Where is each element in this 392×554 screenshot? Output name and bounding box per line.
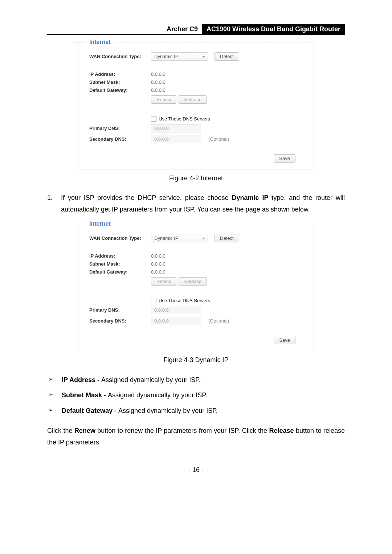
list-number: 1. [47,192,61,215]
primary-dns-input-2[interactable]: 0.0.0.0 [151,306,201,314]
default-gateway-label: Default Gateway: [89,87,151,93]
bullet-list: IP Address - Assigned dynamically by you… [47,374,345,416]
use-dns-checkbox[interactable] [151,116,156,122]
figure2-caption: Figure 4-3 Dynamic IP [47,356,345,364]
save-button[interactable]: Save [274,154,295,163]
release-button[interactable]: Release [179,95,207,104]
renew-button[interactable]: Renew [151,95,176,104]
release-button-2[interactable]: Release [179,277,207,286]
p2-b1: Renew [74,427,95,434]
para1-text-before: If your ISP provides the DHCP service, p… [61,194,232,201]
use-dns-label: Use These DNS Servers [159,116,210,122]
list-item: Subnet Mask - Assigned dynamically by yo… [47,389,345,401]
secondary-dns-label-2: Secondary DNS: [89,318,151,324]
bullet-bold: Default Gateway - [62,407,118,414]
subnet-mask-value: 0.0.0.0 [151,79,166,85]
bullet-text: Assigned dynamically by your ISP. [101,376,201,383]
optional-hint: (Optional) [208,136,229,142]
use-dns-checkbox-2[interactable] [151,298,156,303]
use-dns-label-2: Use These DNS Servers [159,298,210,303]
internet-fieldset-2: Internet WAN Connection Type: Dynamic IP… [78,224,314,351]
numbered-paragraph: 1. If your ISP provides the DHCP service… [47,192,345,215]
primary-dns-label-2: Primary DNS: [89,307,151,313]
list-item: Default Gateway - Assigned dynamically b… [47,405,345,416]
wan-type-select-2[interactable]: Dynamic IP [151,234,208,242]
secondary-dns-input[interactable]: 0.0.0.0 [151,135,201,143]
default-gateway-value-2: 0.0.0.0 [151,269,166,275]
p2-t1: Click the [47,427,74,434]
wan-type-label: WAN Connection Type: [89,54,151,59]
wan-type-label-2: WAN Connection Type: [89,235,151,241]
bullet-bold: IP Address - [62,376,101,383]
wan-type-select[interactable]: Dynamic IP [151,52,208,61]
subnet-mask-label-2: Subnet Mask: [89,261,151,267]
bullet-bold: Subnet Mask - [62,391,108,399]
detect-button-2[interactable]: Detect [215,234,239,242]
page-number: - 16 - [47,466,345,474]
figure-internet-2: Internet WAN Connection Type: Dynamic IP… [78,224,314,351]
default-gateway-value: 0.0.0.0 [151,87,166,93]
ip-address-value-2: 0.0.0.0 [151,253,166,259]
detect-button[interactable]: Detect [215,52,239,61]
p2-t2: button to renew the IP parameters from y… [95,427,269,434]
primary-dns-label: Primary DNS: [89,126,151,131]
internet-fieldset: Internet WAN Connection Type: Dynamic IP… [78,42,314,169]
secondary-dns-label: Secondary DNS: [89,136,151,142]
para1-bold: Dynamic IP [232,194,269,201]
ip-address-value: 0.0.0.0 [151,71,166,77]
subnet-mask-label: Subnet Mask: [89,79,151,85]
bullet-text: Assigned dynamically by your ISP. [108,391,207,399]
primary-dns-input[interactable]: 0.0.0.0 [151,124,201,132]
ip-address-label-2: IP Address: [89,253,151,259]
secondary-dns-input-2[interactable]: 0.0.0.0 [151,317,201,325]
save-button-2[interactable]: Save [274,336,295,344]
page-header: Archer C9AC1900 Wireless Dual Band Gigab… [47,25,345,35]
fieldset-legend-2: Internet [87,221,113,227]
ip-address-label: IP Address: [89,71,151,77]
renew-button-2[interactable]: Renew [151,277,176,286]
default-gateway-label-2: Default Gateway: [89,269,151,275]
fieldset-legend: Internet [87,39,113,45]
list-item: IP Address - Assigned dynamically by you… [47,374,345,386]
p2-b2: Release [269,427,294,434]
figure1-caption: Figure 4-2 Internet [47,175,345,182]
closing-paragraph: Click the Renew button to renew the IP p… [47,425,345,448]
subnet-mask-value-2: 0.0.0.0 [151,261,166,267]
figure-internet-1: Internet WAN Connection Type: Dynamic IP… [78,42,314,169]
header-model: Archer C9 [162,24,202,34]
bullet-text: Assigned dynamically by your ISP. [118,407,218,414]
optional-hint-2: (Optional) [208,318,229,324]
header-title: AC1900 Wireless Dual Band Gigabit Router [202,24,345,34]
